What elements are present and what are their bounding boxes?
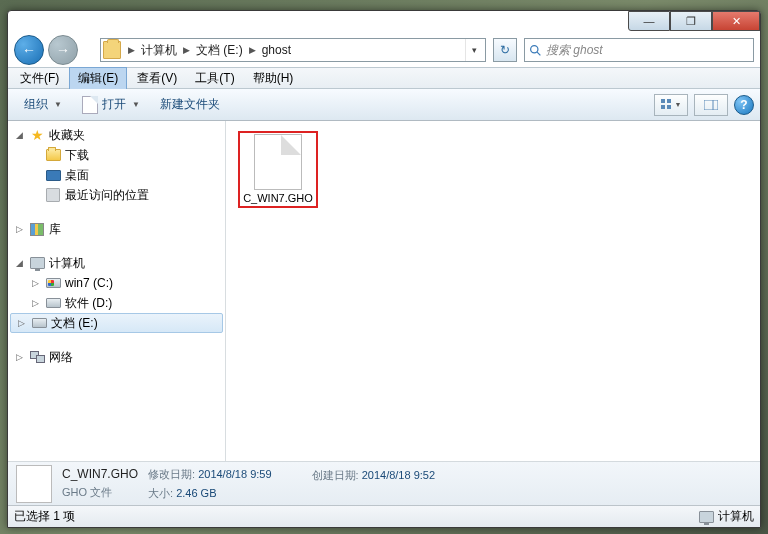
star-icon: ★ — [29, 127, 45, 143]
address-dropdown[interactable]: ▾ — [465, 39, 483, 61]
tree-label: 文档 (E:) — [51, 315, 98, 332]
drive-icon — [46, 298, 61, 308]
organize-button[interactable]: 组织▼ — [14, 92, 72, 117]
expand-icon[interactable]: ▷ — [14, 352, 25, 363]
details-created-label: 创建日期: — [312, 469, 359, 481]
menu-tools[interactable]: 工具(T) — [187, 68, 242, 89]
downloads-icon — [46, 149, 61, 161]
menu-edit[interactable]: 编辑(E) — [69, 67, 127, 90]
close-button[interactable]: ✕ — [712, 11, 760, 31]
chevron-right-icon: ▶ — [183, 45, 190, 55]
collapse-icon[interactable]: ◢ — [14, 258, 25, 269]
expand-icon[interactable]: ▷ — [14, 224, 25, 235]
document-icon — [82, 96, 98, 114]
tree-label: 收藏夹 — [49, 127, 85, 144]
search-placeholder: 搜索 ghost — [546, 42, 603, 59]
tree-node-network[interactable]: ▷ 网络 — [8, 347, 225, 367]
tree-label: 库 — [49, 221, 61, 238]
recent-places-icon — [46, 188, 60, 202]
preview-pane-icon — [704, 100, 718, 110]
command-bar: 组织▼ 打开▼ 新建文件夹 ▼ ? — [8, 89, 760, 121]
search-input[interactable]: 搜索 ghost — [524, 38, 754, 62]
menu-help[interactable]: 帮助(H) — [245, 68, 302, 89]
explorer-window: — ❐ ✕ ← → ▼ ▶ 计算机 ▶ 文档 (E:) ▶ ghost ▾ ↻ … — [7, 10, 761, 528]
back-button[interactable]: ← — [14, 35, 44, 65]
file-name-label: C_WIN7.GHO — [243, 192, 313, 205]
maximize-button[interactable]: ❐ — [670, 11, 712, 31]
file-icon — [254, 134, 302, 190]
status-selection: 已选择 1 项 — [14, 508, 75, 525]
chevron-right-icon: ▶ — [128, 45, 135, 55]
libraries-group: ▷ 库 — [8, 219, 225, 239]
details-filetype: GHO 文件 — [62, 485, 138, 500]
desktop-icon — [46, 170, 61, 181]
menu-view[interactable]: 查看(V) — [129, 68, 185, 89]
details-created-value: 2014/8/18 9:52 — [362, 469, 435, 481]
tree-label: 最近访问的位置 — [65, 187, 149, 204]
computer-icon — [699, 511, 714, 523]
expand-icon[interactable]: ▷ — [16, 318, 27, 329]
svg-rect-2 — [661, 99, 665, 103]
chevron-right-icon: ▶ — [249, 45, 256, 55]
network-icon — [30, 351, 45, 363]
tree-label: 软件 (D:) — [65, 295, 112, 312]
tree-label: 计算机 — [49, 255, 85, 272]
tree-node-drive-e[interactable]: ▷ 文档 (E:) — [10, 313, 223, 333]
tree-node-downloads[interactable]: 下载 — [8, 145, 225, 165]
tree-node-favorites[interactable]: ◢ ★ 收藏夹 — [8, 125, 225, 145]
status-bar: 已选择 1 项 计算机 — [8, 505, 760, 527]
expand-icon[interactable]: ▷ — [30, 298, 41, 309]
navigation-pane: ◢ ★ 收藏夹 下载 桌面 最近访问的位置 — [8, 121, 226, 461]
menu-file[interactable]: 文件(F) — [12, 68, 67, 89]
tree-node-desktop[interactable]: 桌面 — [8, 165, 225, 185]
new-folder-button[interactable]: 新建文件夹 — [150, 92, 230, 117]
status-location: 计算机 — [718, 508, 754, 525]
computer-group: ◢ 计算机 ▷ win7 (C:) ▷ 软件 (D:) ▷ 文档 — [8, 253, 225, 333]
open-button[interactable]: 打开▼ — [72, 92, 150, 118]
system-buttons: — ❐ ✕ — [628, 11, 760, 31]
preview-pane-button[interactable] — [694, 94, 728, 116]
tree-label: 桌面 — [65, 167, 89, 184]
folder-icon — [103, 41, 121, 59]
network-group: ▷ 网络 — [8, 347, 225, 367]
details-size-label: 大小: — [148, 487, 173, 499]
tree-node-drive-c[interactable]: ▷ win7 (C:) — [8, 273, 225, 293]
tree-node-drive-d[interactable]: ▷ 软件 (D:) — [8, 293, 225, 313]
forward-button[interactable]: → — [48, 35, 78, 65]
svg-point-0 — [531, 45, 538, 52]
svg-rect-3 — [667, 99, 671, 103]
collapse-icon[interactable]: ◢ — [14, 130, 25, 141]
tree-label: 下载 — [65, 147, 89, 164]
breadcrumb[interactable]: ghost — [259, 43, 294, 57]
tree-label: 网络 — [49, 349, 73, 366]
history-dropdown[interactable]: ▼ — [82, 38, 96, 62]
svg-rect-4 — [661, 105, 665, 109]
details-filename: C_WIN7.GHO — [62, 467, 138, 481]
expand-icon[interactable]: ▷ — [30, 278, 41, 289]
file-item[interactable]: C_WIN7.GHO — [238, 131, 318, 208]
svg-rect-5 — [667, 105, 671, 109]
tree-node-recent[interactable]: 最近访问的位置 — [8, 185, 225, 205]
breadcrumb[interactable]: 文档 (E:) — [193, 42, 246, 59]
details-modified-label: 修改日期: — [148, 468, 195, 480]
minimize-button[interactable]: — — [628, 11, 670, 31]
favorites-group: ◢ ★ 收藏夹 下载 桌面 最近访问的位置 — [8, 125, 225, 205]
navigation-bar: ← → ▼ ▶ 计算机 ▶ 文档 (E:) ▶ ghost ▾ ↻ 搜索 gho… — [8, 33, 760, 67]
svg-rect-6 — [704, 100, 718, 110]
details-size-value: 2.46 GB — [176, 487, 216, 499]
file-list-area[interactable]: C_WIN7.GHO — [226, 121, 760, 461]
breadcrumb[interactable]: 计算机 — [138, 42, 180, 59]
help-button[interactable]: ? — [734, 95, 754, 115]
tree-node-computer[interactable]: ◢ 计算机 — [8, 253, 225, 273]
tree-label: win7 (C:) — [65, 276, 113, 290]
body-area: ◢ ★ 收藏夹 下载 桌面 最近访问的位置 — [8, 121, 760, 461]
icons-view-icon — [661, 99, 673, 111]
svg-line-1 — [537, 52, 540, 55]
computer-icon — [30, 257, 45, 269]
view-options-button[interactable]: ▼ — [654, 94, 688, 116]
refresh-button[interactable]: ↻ — [493, 38, 517, 62]
details-modified-value: 2014/8/18 9:59 — [198, 468, 271, 480]
address-bar[interactable]: ▶ 计算机 ▶ 文档 (E:) ▶ ghost ▾ — [100, 38, 486, 62]
file-thumbnail — [16, 465, 52, 503]
tree-node-libraries[interactable]: ▷ 库 — [8, 219, 225, 239]
